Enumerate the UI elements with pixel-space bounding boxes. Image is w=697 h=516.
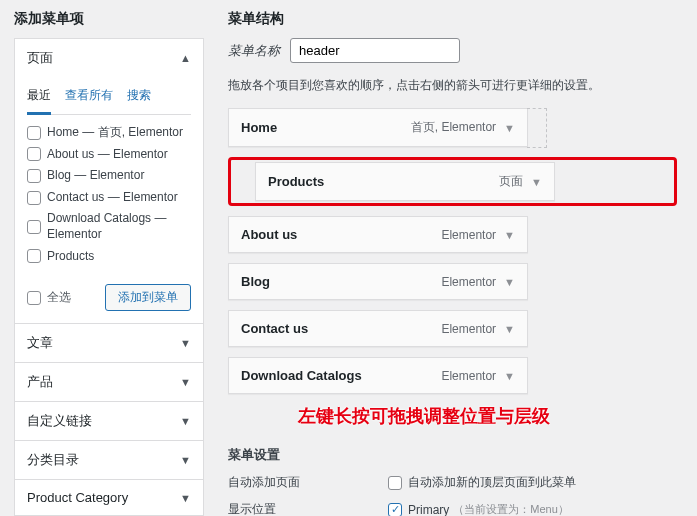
tab-recent[interactable]: 最近 [27, 81, 51, 115]
menu-item[interactable]: Contact us Elementor▼ [228, 310, 528, 347]
menu-settings-title: 菜单设置 [228, 446, 677, 464]
section-categories-head[interactable]: 分类目录▼ [15, 441, 203, 479]
auto-add-checkbox[interactable] [388, 476, 402, 490]
chevron-down-icon[interactable]: ▼ [531, 176, 542, 188]
menu-name-label: 菜单名称 [228, 42, 280, 60]
menu-item[interactable]: Blog Elementor▼ [228, 263, 528, 300]
section-product-category-head[interactable]: Product Category▼ [15, 480, 203, 515]
chevron-down-icon[interactable]: ▼ [504, 276, 515, 288]
page-item[interactable]: Products [27, 249, 191, 265]
chevron-down-icon[interactable]: ▼ [504, 229, 515, 241]
page-item-checkbox[interactable] [27, 220, 41, 234]
display-location-note: （当前设置为：Menu） [453, 502, 569, 516]
section-pages-head[interactable]: 页面 ▲ [15, 39, 203, 77]
chevron-down-icon: ▼ [180, 376, 191, 388]
tab-view-all[interactable]: 查看所有 [65, 81, 113, 114]
right-title: 菜单结构 [228, 10, 677, 28]
drag-hint-text: 拖放各个项目到您喜欢的顺序，点击右侧的箭头可进行更详细的设置。 [228, 77, 677, 94]
page-item-checkbox[interactable] [27, 147, 41, 161]
section-pages-label: 页面 [27, 49, 53, 67]
page-item[interactable]: Download Catalogs — Elementor [27, 211, 191, 242]
chevron-down-icon: ▼ [180, 454, 191, 466]
page-item-checkbox[interactable] [27, 126, 41, 140]
auto-add-text: 自动添加新的顶层页面到此菜单 [408, 474, 576, 491]
highlighted-menu-item: Products 页面▼ [228, 157, 677, 206]
page-item[interactable]: About us — Elementor [27, 147, 191, 163]
page-item-checkbox[interactable] [27, 249, 41, 263]
page-item-checkbox[interactable] [27, 169, 41, 183]
select-all-checkbox[interactable] [27, 291, 41, 305]
page-item-checkbox[interactable] [27, 191, 41, 205]
page-item[interactable]: Blog — Elementor [27, 168, 191, 184]
section-products-head[interactable]: 产品▼ [15, 363, 203, 401]
auto-add-label: 自动添加页面 [228, 474, 388, 491]
menu-structure-list: Home 首页, Elementor▼ Products 页面▼ About u… [228, 108, 677, 394]
chevron-up-icon: ▲ [180, 52, 191, 64]
section-posts-head[interactable]: 文章▼ [15, 324, 203, 362]
select-all[interactable]: 全选 [27, 289, 71, 306]
menu-item[interactable]: Download Catalogs Elementor▼ [228, 357, 528, 394]
display-location-option: Primary [408, 503, 449, 517]
menu-item[interactable]: Products 页面▼ [255, 162, 555, 201]
display-location-label: 显示位置 [228, 501, 388, 516]
page-item[interactable]: Home — 首页, Elementor [27, 125, 191, 141]
add-to-menu-button[interactable]: 添加到菜单 [105, 284, 191, 311]
menu-name-input[interactable] [290, 38, 460, 63]
section-custom-links-head[interactable]: 自定义链接▼ [15, 402, 203, 440]
display-location-checkbox[interactable] [388, 503, 402, 517]
chevron-down-icon: ▼ [180, 415, 191, 427]
chevron-down-icon[interactable]: ▼ [504, 370, 515, 382]
chevron-down-icon[interactable]: ▼ [504, 122, 515, 134]
left-title: 添加菜单项 [14, 10, 204, 28]
page-item[interactable]: Contact us — Elementor [27, 190, 191, 206]
drop-slot[interactable] [527, 108, 547, 148]
menu-item[interactable]: About us Elementor▼ [228, 216, 528, 253]
chevron-down-icon[interactable]: ▼ [504, 323, 515, 335]
chevron-down-icon: ▼ [180, 492, 191, 504]
menu-item[interactable]: Home 首页, Elementor▼ [228, 108, 528, 147]
tab-search[interactable]: 搜索 [127, 81, 151, 114]
chevron-down-icon: ▼ [180, 337, 191, 349]
drag-overlay-text: 左键长按可拖拽调整位置与层级 [298, 404, 677, 428]
